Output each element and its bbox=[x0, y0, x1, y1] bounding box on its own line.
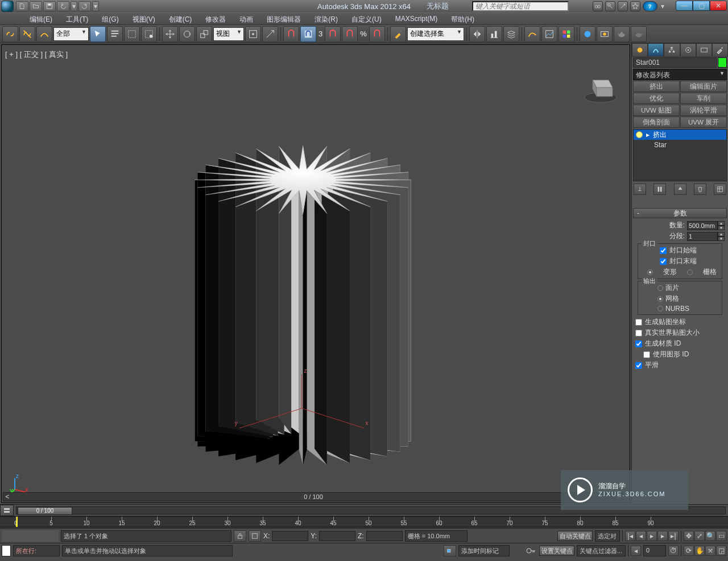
render-frame-icon[interactable] bbox=[597, 26, 613, 42]
viewport-hscroll[interactable]: < 0 / 100 > bbox=[3, 492, 624, 501]
script-rec-icon[interactable] bbox=[2, 545, 11, 556]
window-crossing-icon[interactable] bbox=[141, 26, 157, 42]
menu-views[interactable]: 视图(V) bbox=[126, 13, 162, 24]
refcoord-dd[interactable]: 视图 bbox=[213, 27, 244, 41]
redo-dd-icon[interactable]: ▾ bbox=[92, 1, 99, 11]
lock-icon[interactable] bbox=[234, 530, 246, 542]
render-setup-icon[interactable] bbox=[580, 26, 595, 42]
menu-help[interactable]: 帮助(H) bbox=[444, 13, 481, 24]
tab-hierarchy-icon[interactable] bbox=[664, 43, 680, 57]
stack-item-star[interactable]: Star bbox=[634, 140, 726, 150]
close-button[interactable]: ✕ bbox=[710, 1, 727, 11]
play-icon[interactable]: ▸ bbox=[647, 531, 657, 541]
menu-create[interactable]: 创建(C) bbox=[162, 13, 199, 24]
remove-mod-icon[interactable] bbox=[694, 184, 706, 195]
minimize-button[interactable]: — bbox=[676, 1, 693, 11]
selection-filter-dd[interactable]: 全部 bbox=[53, 27, 89, 41]
btn-editpatch[interactable]: 编辑面片 bbox=[680, 81, 727, 92]
select-icon[interactable] bbox=[90, 26, 106, 42]
tag-icon[interactable] bbox=[444, 545, 456, 556]
redo-icon[interactable] bbox=[78, 1, 91, 11]
orbit-icon[interactable]: ⟳ bbox=[684, 546, 694, 556]
cap-start-cb[interactable] bbox=[660, 247, 667, 254]
setkey-button[interactable]: 设置关键点 bbox=[539, 546, 574, 556]
segments-input[interactable] bbox=[687, 232, 718, 241]
help-dd-icon[interactable]: ▾ bbox=[660, 1, 665, 11]
btn-bevelprofile[interactable]: 倒角剖面 bbox=[633, 117, 680, 128]
undo-dd-icon[interactable]: ▾ bbox=[71, 1, 77, 11]
grid-radio[interactable] bbox=[687, 269, 693, 275]
key-icon[interactable] bbox=[605, 1, 615, 11]
tab-display-icon[interactable] bbox=[696, 43, 712, 57]
segments-spinner[interactable]: ▲▼ bbox=[687, 232, 725, 241]
undo-icon[interactable] bbox=[57, 1, 69, 11]
x-input[interactable] bbox=[272, 531, 308, 541]
percent-snap-icon[interactable] bbox=[342, 26, 358, 42]
menu-customize[interactable]: 自定义(U) bbox=[345, 13, 388, 24]
keyfilter-button[interactable]: 关键点过滤器... bbox=[577, 545, 626, 556]
link-icon[interactable] bbox=[2, 26, 18, 42]
menu-maxscript[interactable]: MAXScript(M) bbox=[388, 13, 445, 24]
rollout-params[interactable]: -参数 bbox=[633, 208, 727, 218]
add-time-tag[interactable]: 添加时间标记 bbox=[458, 545, 510, 556]
viewport[interactable]: [ + ] [ 正交 ] [ 真实 ] y x z bbox=[1, 44, 630, 503]
rect-select-icon[interactable] bbox=[124, 26, 140, 42]
mirror-icon[interactable] bbox=[469, 26, 485, 42]
menu-rendering[interactable]: 渲染(R) bbox=[308, 13, 345, 24]
viewport-label[interactable]: [ + ] [ 正交 ] [ 真实 ] bbox=[5, 49, 68, 60]
btn-optimize[interactable]: 优化 bbox=[633, 93, 680, 104]
morph-radio[interactable] bbox=[647, 269, 653, 275]
paint-icon[interactable] bbox=[390, 26, 406, 42]
app-menu-button[interactable] bbox=[1, 1, 14, 12]
menu-modifiers[interactable]: 修改器 bbox=[198, 13, 233, 24]
scale-icon[interactable] bbox=[196, 26, 212, 42]
binoculars-icon[interactable] bbox=[593, 1, 603, 11]
viewcube-icon[interactable] bbox=[581, 68, 621, 107]
next-frame-icon[interactable]: ▸ bbox=[657, 531, 668, 541]
bind-icon[interactable] bbox=[36, 26, 52, 42]
autokey-button[interactable]: 自动关键点 bbox=[557, 531, 593, 541]
menu-grapheditors[interactable]: 图形编辑器 bbox=[260, 13, 308, 24]
rotate-icon[interactable] bbox=[179, 26, 195, 42]
out-nurbs-radio[interactable] bbox=[657, 306, 663, 311]
cb-shapeid[interactable] bbox=[643, 351, 650, 358]
teapot-icon[interactable] bbox=[614, 26, 630, 42]
time-config-icon[interactable]: ⏱ bbox=[668, 546, 679, 556]
select-name-icon[interactable] bbox=[107, 26, 123, 42]
snap-2d-icon[interactable] bbox=[300, 26, 316, 42]
schematic-icon[interactable] bbox=[541, 26, 557, 42]
modifier-list-dd[interactable]: 修改器列表 bbox=[633, 69, 727, 80]
material-icon[interactable] bbox=[559, 26, 574, 42]
menu-animation[interactable]: 动画 bbox=[233, 13, 260, 24]
modifier-stack[interactable]: ▸挤出 Star bbox=[633, 129, 727, 181]
align-icon[interactable] bbox=[486, 26, 502, 42]
btn-turbosmooth[interactable]: 涡轮平滑 bbox=[680, 105, 727, 116]
angle-snap-icon[interactable] bbox=[325, 26, 341, 42]
tab-create-icon[interactable] bbox=[632, 43, 648, 57]
scroll-left-icon[interactable]: < bbox=[3, 493, 11, 501]
layers-icon[interactable] bbox=[503, 26, 519, 42]
btn-lathe[interactable]: 车削 bbox=[680, 93, 727, 104]
out-mesh-radio[interactable] bbox=[657, 296, 663, 302]
tab-motion-icon[interactable] bbox=[680, 43, 696, 57]
unlink-icon[interactable] bbox=[19, 26, 35, 42]
key-prev-icon[interactable]: ◂ bbox=[631, 546, 641, 556]
btn-extrude[interactable]: 挤出 bbox=[633, 81, 680, 92]
timeline-config-icon[interactable] bbox=[0, 505, 14, 516]
key-icon-status[interactable] bbox=[526, 547, 537, 555]
maximize-button[interactable]: ▢ bbox=[693, 1, 710, 11]
star-icon[interactable] bbox=[630, 1, 640, 11]
move-icon[interactable] bbox=[162, 26, 178, 42]
max-toggle-icon[interactable]: ◲ bbox=[716, 546, 726, 556]
snap-toggle-icon[interactable] bbox=[283, 26, 299, 42]
configure-icon[interactable] bbox=[714, 184, 726, 195]
cap-end-cb[interactable] bbox=[660, 258, 667, 265]
new-icon[interactable] bbox=[16, 1, 28, 11]
tab-modify-icon[interactable] bbox=[648, 43, 664, 57]
zoom-ex-icon[interactable]: ⤢ bbox=[694, 531, 705, 541]
btn-uvwmap[interactable]: UVW 贴图 bbox=[633, 105, 680, 116]
cb-matid[interactable] bbox=[635, 340, 642, 347]
help-search-input[interactable] bbox=[472, 1, 569, 11]
curve-editor-icon[interactable] bbox=[524, 26, 540, 42]
help-icon[interactable]: ? bbox=[643, 1, 657, 11]
